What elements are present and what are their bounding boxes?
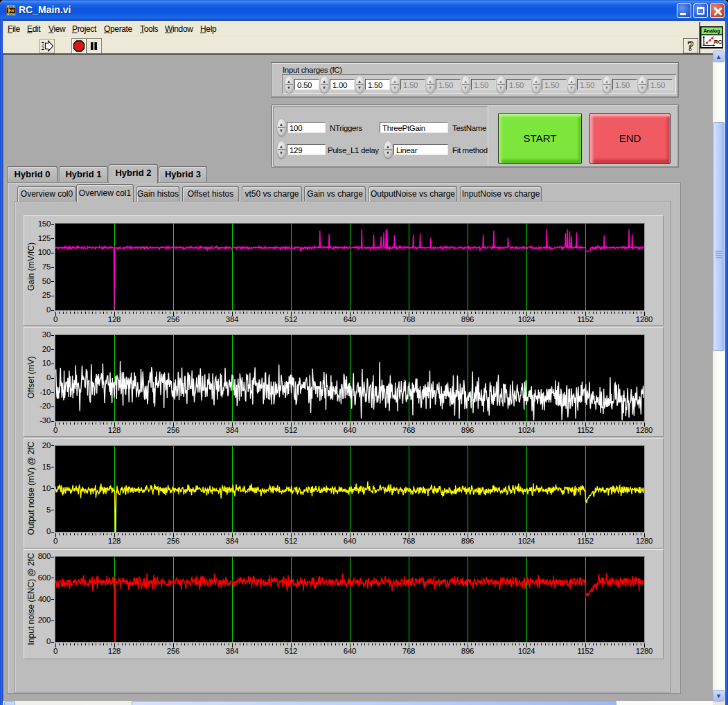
svg-text:Analog: Analog	[704, 28, 720, 34]
svg-text:?: ?	[687, 39, 694, 53]
svg-text:RC: RC	[714, 39, 722, 45]
